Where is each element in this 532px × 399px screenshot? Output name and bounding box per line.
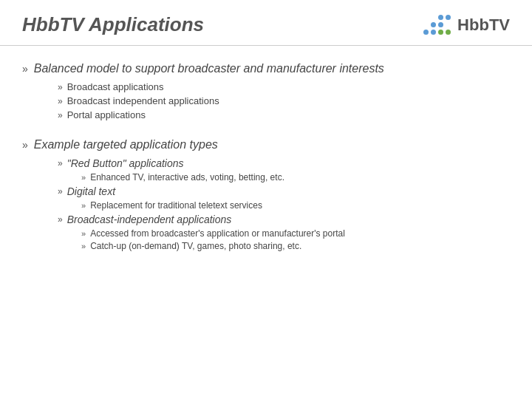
list-item: » Digital text (58, 185, 510, 197)
logo-dots (423, 15, 451, 35)
dot-1 (431, 15, 436, 20)
section1-main-text: Balanced model to support broadcaster an… (34, 62, 384, 75)
sub-bullet-bi: » (58, 214, 63, 225)
dot-9 (431, 30, 436, 35)
sub-bullet-3: » (58, 110, 63, 120)
section2-main-text: Example targeted application types (34, 138, 218, 151)
sub-sub-text-bi2: Catch-up (on-demand) TV, games, photo sh… (90, 241, 301, 251)
sub-sub-list-dt: » Replacement for traditional teletext s… (81, 200, 510, 211)
content: » Balanced model to support broadcaster … (0, 46, 532, 276)
sub-text-1: Broadcast applications (67, 81, 164, 92)
list-item: » Broadcast applications (58, 81, 510, 92)
sub-sub-bullet-rb1: » (81, 173, 86, 182)
sub-text-3: Portal applications (67, 109, 146, 120)
sub-text-bi: Broadcast-independent applications (67, 214, 232, 225)
section1-main: » Balanced model to support broadcaster … (22, 62, 510, 75)
dot-2 (438, 15, 443, 20)
logo-tv: TV (489, 16, 510, 34)
dot-0 (423, 15, 429, 20)
list-item: » Broadcast independent applications (58, 95, 510, 106)
dot-7 (446, 22, 451, 27)
header: HbbTV Applications HbbTV (0, 0, 532, 46)
dot-11 (446, 30, 451, 35)
list-item: » Accessed from broadcaster's applicatio… (81, 228, 510, 239)
sub-text-rb: "Red Button" applications (67, 157, 184, 169)
list-item: » Enhanced TV, interactive ads, voting, … (81, 172, 510, 183)
sub-sub-bullet-dt1: » (81, 201, 86, 210)
slide: HbbTV Applications HbbTV (0, 0, 532, 399)
sub-bullet-rb: » (58, 158, 63, 168)
section2-main: » Example targeted application types (22, 138, 510, 151)
dot-8 (423, 30, 429, 35)
section1-bullet-symbol: » (22, 63, 28, 75)
sub-sub-bullet-bi2: » (81, 242, 86, 250)
sub-text-dt: Digital text (67, 185, 115, 197)
section-1: » Balanced model to support broadcaster … (22, 62, 510, 120)
sub-sub-text-rb1: Enhanced TV, interactive ads, voting, be… (90, 172, 284, 183)
section2-bullet-symbol: » (22, 139, 28, 151)
dot-3 (446, 15, 451, 20)
list-item: » "Red Button" applications (58, 157, 510, 169)
list-item: » Portal applications (58, 109, 510, 120)
dot-5 (431, 22, 436, 27)
slide-title: HbbTV Applications (22, 13, 204, 36)
sub-sub-bullet-bi1: » (81, 229, 86, 238)
sub-bullet-dt: » (58, 186, 63, 197)
sub-sub-text-bi1: Accessed from broadcaster's application … (90, 228, 345, 239)
sub-bullet-1: » (58, 82, 63, 92)
list-item: » Replacement for traditional teletext s… (81, 200, 510, 211)
logo-hbb: Hbb (457, 16, 489, 34)
list-item: » Broadcast-independent applications (58, 214, 510, 225)
section2-sub-list: » "Red Button" applications » Enhanced T… (58, 157, 510, 251)
sub-text-2: Broadcast independent applications (67, 95, 219, 106)
logo-text: HbbTV (457, 16, 510, 35)
dot-6 (438, 22, 443, 27)
sub-sub-list-bi: » Accessed from broadcaster's applicatio… (81, 228, 510, 251)
sub-sub-list-rb: » Enhanced TV, interactive ads, voting, … (81, 172, 510, 183)
sub-sub-text-dt1: Replacement for traditional teletext ser… (90, 200, 262, 211)
hbbtv-logo: HbbTV (423, 15, 510, 35)
list-item: » Catch-up (on-demand) TV, games, photo … (81, 241, 510, 251)
dot-4 (423, 22, 429, 27)
sub-bullet-2: » (58, 96, 63, 106)
section-2: » Example targeted application types » "… (22, 138, 510, 251)
section1-sub-list: » Broadcast applications » Broadcast ind… (58, 81, 510, 120)
dot-10 (438, 30, 443, 35)
